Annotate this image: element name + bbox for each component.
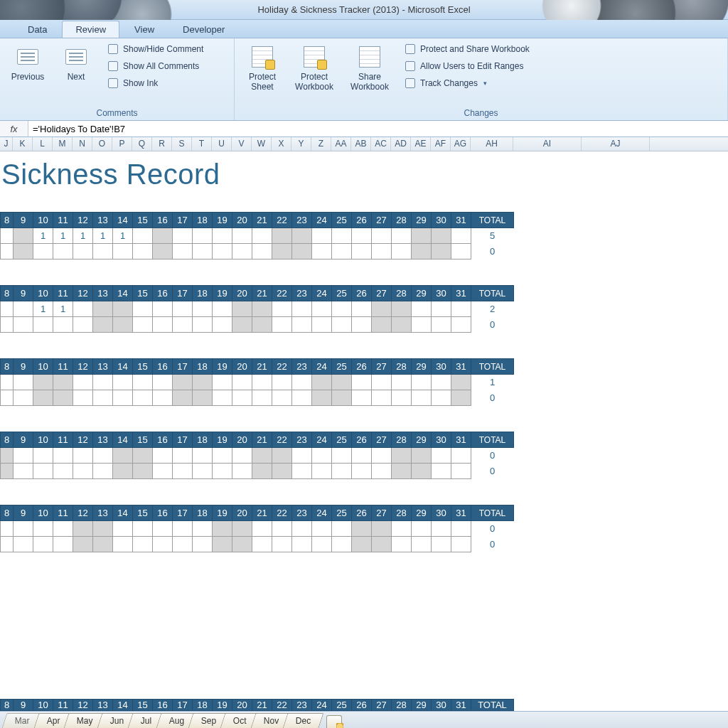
day-cell[interactable] [232, 448, 252, 464]
day-cell[interactable] [432, 390, 451, 406]
day-cell[interactable] [1, 244, 14, 259]
day-cell[interactable] [392, 244, 412, 259]
day-cell[interactable] [392, 375, 412, 390]
day-cell[interactable] [193, 244, 213, 259]
column-header[interactable]: P [112, 137, 132, 151]
day-cell[interactable] [352, 375, 372, 390]
day-cell[interactable] [272, 464, 292, 479]
total-cell[interactable]: 0 [471, 464, 514, 479]
day-cell[interactable] [372, 390, 392, 406]
day-cell[interactable] [292, 464, 312, 479]
day-cell[interactable]: 1 [53, 228, 73, 244]
show-ink-button[interactable]: Show Ink [102, 75, 208, 91]
day-cell[interactable] [1, 390, 14, 406]
day-cell[interactable] [113, 464, 133, 479]
day-cell[interactable] [232, 375, 252, 390]
day-cell[interactable] [332, 464, 352, 479]
total-cell[interactable]: 0 [471, 390, 514, 406]
total-cell[interactable]: 0 [471, 537, 514, 552]
ribbon-tab-developer[interactable]: Developer [169, 21, 238, 38]
total-cell[interactable]: 0 [471, 317, 514, 333]
day-cell[interactable] [392, 301, 412, 317]
day-cell[interactable] [252, 390, 272, 406]
day-cell[interactable]: 1 [53, 301, 73, 317]
day-cell[interactable] [372, 448, 392, 464]
day-cell[interactable] [33, 448, 53, 464]
day-cell[interactable]: 1 [113, 228, 133, 244]
day-cell[interactable] [272, 244, 292, 259]
day-cell[interactable] [292, 317, 312, 333]
day-cell[interactable] [153, 537, 173, 552]
day-cell[interactable] [412, 228, 432, 244]
column-header-row[interactable]: JKLMNOPQRSTUVWXYZAAABACADAEAFAGAHAIAJ [0, 137, 728, 151]
day-cell[interactable] [14, 244, 33, 259]
day-cell[interactable] [292, 375, 312, 390]
day-cell[interactable] [93, 448, 113, 464]
day-cell[interactable] [432, 375, 451, 390]
day-cell[interactable] [153, 464, 173, 479]
day-cell[interactable] [93, 521, 113, 537]
day-cell[interactable] [252, 537, 272, 552]
column-header[interactable]: U [212, 137, 232, 151]
day-cell[interactable] [292, 521, 312, 537]
day-cell[interactable] [232, 390, 252, 406]
day-cell[interactable] [372, 317, 392, 333]
day-cell[interactable] [412, 317, 432, 333]
day-cell[interactable] [33, 244, 53, 259]
show-all-comments-button[interactable]: Show All Comments [102, 58, 208, 74]
day-cell[interactable] [392, 448, 412, 464]
day-cell[interactable] [412, 464, 432, 479]
day-cell[interactable] [93, 390, 113, 406]
day-cell[interactable] [173, 521, 193, 537]
day-cell[interactable] [312, 448, 332, 464]
day-cell[interactable] [292, 244, 312, 259]
column-header[interactable]: AF [431, 137, 451, 151]
day-cell[interactable] [392, 317, 412, 333]
day-cell[interactable] [173, 244, 193, 259]
day-cell[interactable] [153, 448, 173, 464]
day-cell[interactable] [153, 521, 173, 537]
day-cell[interactable] [412, 301, 432, 317]
day-cell[interactable] [232, 301, 252, 317]
total-cell[interactable]: 0 [471, 244, 514, 259]
day-cell[interactable] [352, 301, 372, 317]
day-cell[interactable] [93, 464, 113, 479]
ribbon-tab-review[interactable]: Review [62, 21, 119, 38]
day-cell[interactable] [113, 390, 133, 406]
day-cell[interactable]: 1 [33, 228, 53, 244]
day-cell[interactable] [451, 390, 471, 406]
day-cell[interactable] [73, 448, 93, 464]
day-cell[interactable] [33, 521, 53, 537]
day-cell[interactable] [312, 244, 332, 259]
day-cell[interactable] [113, 244, 133, 259]
day-cell[interactable] [272, 228, 292, 244]
day-cell[interactable] [1, 317, 14, 333]
day-cell[interactable] [1, 448, 14, 464]
day-cell[interactable] [352, 537, 372, 552]
day-cell[interactable] [113, 521, 133, 537]
day-cell[interactable] [213, 464, 232, 479]
day-cell[interactable] [312, 537, 332, 552]
day-cell[interactable] [451, 301, 471, 317]
insert-worksheet-button[interactable] [326, 715, 342, 728]
day-cell[interactable] [73, 521, 93, 537]
day-cell[interactable] [193, 390, 213, 406]
day-cell[interactable] [213, 228, 232, 244]
ribbon-tab-data[interactable]: Data [14, 21, 60, 38]
day-cell[interactable] [272, 390, 292, 406]
day-cell[interactable] [451, 228, 471, 244]
column-header[interactable]: Y [291, 137, 311, 151]
day-cell[interactable] [93, 317, 113, 333]
day-cell[interactable] [53, 537, 73, 552]
day-cell[interactable]: 1 [33, 301, 53, 317]
day-cell[interactable] [412, 537, 432, 552]
column-header[interactable]: Q [132, 137, 152, 151]
column-header[interactable]: AD [391, 137, 411, 151]
day-cell[interactable] [312, 375, 332, 390]
day-cell[interactable] [14, 375, 33, 390]
day-cell[interactable] [73, 537, 93, 552]
day-cell[interactable] [432, 464, 451, 479]
day-cell[interactable] [312, 390, 332, 406]
fx-button[interactable]: fx [0, 121, 28, 136]
day-cell[interactable] [412, 390, 432, 406]
